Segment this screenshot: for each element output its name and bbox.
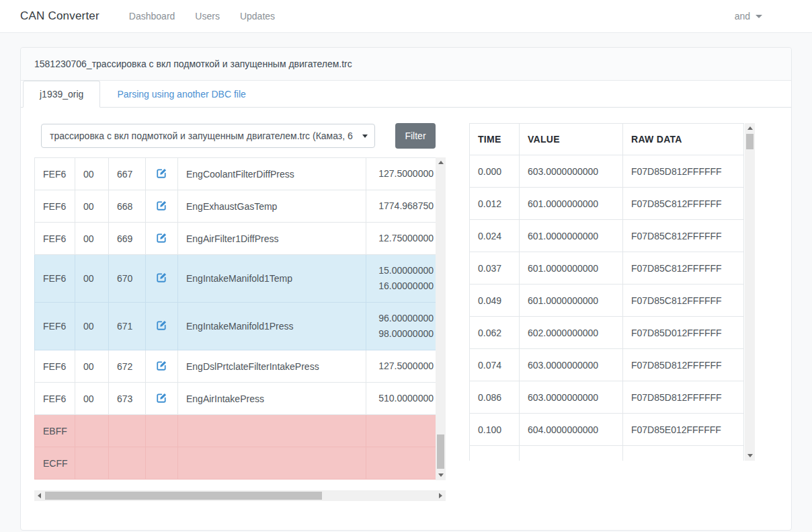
value-cell: 604.0000000000 [520,414,623,446]
edit-cell [146,190,178,223]
edit-icon[interactable] [156,319,167,331]
value-cell: 601.0000000000 [520,188,623,220]
raw-data-cell: F07D85E012FFFFFF [623,414,744,446]
user-dropdown-toggle[interactable]: and [735,11,762,22]
signals-horizontal-scrollbar[interactable] [34,490,446,501]
pgn-cell: FEF6 [35,255,75,303]
signal-value-line: 96.00000000 [374,311,434,326]
filter-button[interactable]: Filter [395,123,436,149]
pgn-cell: FEF6 [35,190,75,223]
signals-vertical-scrollbar[interactable] [436,157,446,480]
nav-link-updates[interactable]: Updates [240,11,275,22]
raw-data-cell: F07D85C812FFFFFF [623,284,744,317]
edit-icon[interactable] [156,200,167,211]
edit-cell [146,223,178,255]
edit-icon[interactable] [156,232,167,243]
table-row[interactable]: ECFF [35,447,436,480]
edit-icon[interactable] [156,360,167,371]
scroll-down-button[interactable] [745,451,755,461]
raw-data-cell: F07D85D012FFFFFF [623,317,744,349]
values-vertical-scrollbar[interactable] [745,123,755,461]
signal-value-line: 127.5000000 [374,166,434,182]
signals-table-body: FEF600667 EngCoolantFilterDiffPress127.5… [35,158,436,480]
signal-value-line: 1774.968750 [374,198,434,214]
table-row[interactable]: FEF600672 EngDslPrtclateFilterIntakePres… [35,350,436,383]
signal-name-cell: EngDslPrtclateFilterIntakePress [178,350,366,383]
app-brand[interactable]: CAN Converter [20,9,99,23]
table-row[interactable]: FEF600669 EngAirFilter1DiffPress12.75000… [35,223,436,255]
edit-cell [146,383,178,415]
scroll-up-button[interactable] [436,157,446,167]
edit-cell [146,303,178,350]
nav-link-users[interactable]: Users [195,11,220,22]
time-cell: 0.012 [470,188,520,220]
value-cell: 603.0000000000 [520,155,623,188]
source-address-cell: 00 [75,255,109,303]
table-row[interactable]: FEF600667 EngCoolantFilterDiffPress127.5… [35,158,436,190]
nav-link-dashboard[interactable]: Dashboard [129,11,175,22]
scroll-left-button[interactable] [34,490,44,500]
time-cell: 0.086 [470,381,520,414]
source-address-cell: 00 [75,223,109,255]
signals-hscroll-thumb[interactable] [45,492,322,500]
pgn-cell: EBFF [35,415,75,447]
table-row[interactable]: 0.086603.0000000000F07D85D812FFFFFF [470,381,744,414]
signal-value-cell: 96.0000000098.00000000 [366,303,436,350]
time-cell: 0.100 [470,414,520,446]
scroll-right-button[interactable] [436,490,446,500]
signal-name-cell: EngCoolantFilterDiffPress [178,158,366,190]
table-row[interactable]: FEF600673 EngAirIntakePress510.0000000 [35,383,436,415]
source-address-cell: 00 [75,383,109,415]
values-header-row: TIME VALUE RAW DATA [470,124,744,155]
edit-cell [146,158,178,190]
signal-id-cell: 671 [109,303,146,350]
raw-data-cell: F07D85D812FFFFFF [623,349,744,381]
table-row[interactable]: 0.049601.0000000000F07D85C812FFFFFF [470,284,744,317]
table-row[interactable]: FEF600671 EngIntakeManifold1Press96.0000… [35,303,436,350]
scroll-down-button[interactable] [436,470,446,480]
value-cell: 603.0000000000 [520,381,623,414]
values-vscroll-thumb[interactable] [746,134,754,149]
table-row[interactable]: 0.000603.0000000000F07D85D812FFFFFF [470,155,744,188]
edit-icon[interactable] [156,272,167,283]
signals-table: FEF600667 EngCoolantFilterDiffPress127.5… [34,157,436,480]
tab-j1939-orig[interactable]: j1939_orig [23,81,100,108]
table-row[interactable]: 0.074603.0000000000F07D85D812FFFFFF [470,349,744,381]
time-cell: 0.024 [470,220,520,252]
raw-data-cell: F07D85D812FFFFFF [623,381,744,414]
signal-id-cell: 667 [109,158,146,190]
trace-file-title: 1581230706_трассировка с вкл подмоткой и… [21,48,791,81]
table-row[interactable]: 0.037601.0000000000F07D85C812FFFFFF [470,252,744,284]
value-cell: 601.0000000000 [520,252,623,284]
signal-value-cell: 510.0000000 [366,383,436,415]
values-table-body: 0.000603.0000000000F07D85D812FFFFFF0.012… [470,155,744,461]
table-row[interactable]: 0.062602.0000000000F07D85D012FFFFFF [470,317,744,349]
table-row[interactable]: EBFF [35,415,436,447]
table-row[interactable]: FEF600668 EngExhaustGasTemp1774.968750 [35,190,436,223]
time-cell: 0.000 [470,155,520,188]
table-row[interactable]: 0.100604.0000000000F07D85E012FFFFFF [470,414,744,446]
edit-icon[interactable] [156,167,167,179]
scroll-up-button[interactable] [745,123,755,133]
table-row[interactable]: 0.024601.0000000000F07D85C812FFFFFF [470,220,744,252]
trace-file-select[interactable]: трассировка с вкл подмоткой и запущенным… [41,124,375,148]
edit-cell [146,255,178,303]
edit-cell [146,447,178,480]
triangle-left-icon [38,493,41,498]
table-row[interactable]: 0.012601.0000000000F07D85C812FFFFFF [470,188,744,220]
pgn-cell: FEF6 [35,158,75,190]
edit-icon[interactable] [156,392,167,404]
signal-value-cell: 127.5000000 [366,350,436,383]
pgn-cell: FEF6 [35,223,75,255]
source-address-cell [75,415,109,447]
triangle-right-icon [439,493,442,498]
col-header-time: TIME [470,124,520,155]
dbc-tabs: j1939_orig Parsing using another DBC fil… [21,81,791,108]
signal-value-cell: 15.0000000016.00000000 [366,255,436,303]
tab-parse-another-dbc[interactable]: Parsing using another DBC file [100,81,262,108]
signal-value-cell: 12.75000000 [366,223,436,255]
table-row[interactable]: FEF600670 EngIntakeManifold1Temp15.00000… [35,255,436,303]
trace-file-select-value: трассировка с вкл подмоткой и запущенным… [50,130,353,141]
signal-id-cell [109,415,146,447]
signals-vscroll-thumb[interactable] [437,434,444,469]
